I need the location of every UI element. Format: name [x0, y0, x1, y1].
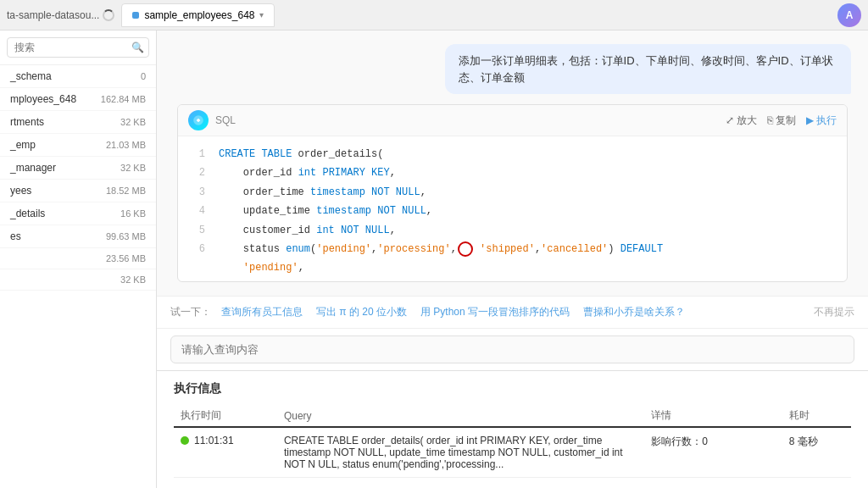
sidebar-item-details[interactable]: _details 16 KB	[0, 202, 156, 225]
col-header-duration: 耗时	[782, 405, 851, 427]
sidebar: 🔍 _schema 0 mployees_648 162.84 MB rtmen…	[0, 30, 157, 488]
item-name: mployees_648	[10, 93, 76, 105]
code-line-2: 2 order_id int PRIMARY KEY,	[178, 164, 847, 182]
item-size: 23.56 MB	[106, 253, 146, 263]
code-content: update_time timestamp NOT NULL,	[219, 202, 432, 219]
code-area: 1 CREATE TABLE order_details( 2 order_id…	[178, 136, 847, 282]
item-name: _schema	[10, 70, 52, 82]
sql-header: SQL ⤢ 放大 ⎘ 复制 ▶ 执行	[178, 105, 847, 136]
app-title: ta-sample-datasou...	[7, 9, 114, 21]
table-row: 11:01:31 CREATE TABLE order_details( ord…	[174, 427, 851, 478]
sidebar-item-manager[interactable]: _manager 32 KB	[0, 157, 156, 180]
line-number: 4	[188, 202, 205, 219]
exec-detail-cell: 影响行数：0	[644, 427, 782, 478]
copy-icon: ⎘	[767, 114, 773, 126]
sidebar-item-es[interactable]: es 99.63 MB	[0, 225, 156, 248]
sidebar-item-schema[interactable]: _schema 0	[0, 65, 156, 88]
run-label: 执行	[816, 114, 837, 128]
col-header-query: Query	[277, 405, 644, 427]
app-label: ta-sample-datasou...	[7, 9, 99, 21]
code-line-1: 1 CREATE TABLE order_details(	[178, 145, 847, 164]
run-icon: ▶	[806, 114, 814, 126]
query-input-area	[157, 328, 868, 370]
exec-time-value: 11:01:31	[194, 435, 234, 446]
item-name: es	[10, 230, 21, 242]
code-content: order_id int PRIMARY KEY,	[219, 164, 396, 181]
user-avatar[interactable]: A	[837, 3, 861, 27]
copy-label: 复制	[776, 114, 796, 128]
suggestion-label: 试一下：	[170, 305, 211, 319]
success-icon	[181, 436, 189, 445]
item-size: 32 KB	[120, 163, 146, 173]
tab-dot	[132, 12, 139, 19]
line-number: 5	[188, 222, 205, 239]
sidebar-item-departments[interactable]: rtments 32 KB	[0, 111, 156, 134]
sidebar-item-yees[interactable]: yees 18.52 MB	[0, 180, 156, 202]
item-size: 99.63 MB	[106, 231, 146, 241]
run-action[interactable]: ▶ 执行	[806, 114, 837, 128]
exec-duration-cell: 8 毫秒	[782, 427, 851, 478]
item-name: _manager	[10, 162, 56, 174]
top-bar: ta-sample-datasou... sample_employees_64…	[0, 0, 868, 30]
exec-time-cell: 11:01:31	[174, 427, 277, 478]
sql-block: SQL ⤢ 放大 ⎘ 复制 ▶ 执行	[177, 104, 848, 282]
line-number: 1	[188, 146, 205, 163]
query-input[interactable]	[170, 336, 854, 363]
content-area: 添加一张订单明细表，包括：订单ID、下单时间、修改时间、客户ID、订单状态、订单…	[157, 30, 868, 488]
sidebar-search-area: 🔍	[0, 30, 156, 65]
item-size: 162.84 MB	[101, 94, 146, 104]
sql-logo-icon	[188, 110, 209, 130]
code-content: customer_id int NOT NULL,	[219, 222, 396, 239]
code-content: status enum('pending','processing', 'shi…	[219, 241, 663, 258]
code-line-7: 'pending',	[178, 258, 847, 277]
zoom-icon: ⤢	[726, 114, 734, 126]
dismiss-button[interactable]: 不再提示	[814, 305, 854, 319]
suggestion-btn-3[interactable]: 曹操和小乔是啥关系？	[580, 303, 688, 321]
sidebar-item-9[interactable]: 32 KB	[0, 269, 156, 291]
user-message: 添加一张订单明细表，包括：订单ID、下单时间、修改时间、客户ID、订单状态、订单…	[445, 44, 851, 94]
code-line-5: 5 customer_id int NOT NULL,	[178, 221, 847, 240]
search-icon: 🔍	[131, 42, 144, 53]
suggestion-btn-0[interactable]: 查询所有员工信息	[218, 303, 306, 321]
code-line-6: 6 status enum('pending','processing', 's…	[178, 240, 847, 258]
sidebar-item-8[interactable]: 23.56 MB	[0, 248, 156, 269]
line-number: 6	[188, 241, 205, 258]
sidebar-item-employees[interactable]: mployees_648 162.84 MB	[0, 88, 156, 111]
zoom-action[interactable]: ⤢ 放大	[726, 114, 757, 128]
sql-actions: ⤢ 放大 ⎘ 复制 ▶ 执行	[726, 114, 837, 128]
code-line-4: 4 update_time timestamp NOT NULL,	[178, 202, 847, 220]
copy-action[interactable]: ⎘ 复制	[767, 114, 796, 128]
line-number: 3	[188, 184, 205, 201]
code-line-3: 3 order_time timestamp NOT NULL,	[178, 183, 847, 202]
code-content: 'pending',	[219, 259, 304, 276]
item-size: 32 KB	[120, 117, 146, 127]
tab-label: sample_employees_648	[144, 9, 254, 21]
item-size: 32 KB	[120, 274, 146, 285]
exec-query-cell: CREATE TABLE order_details( order_id int…	[277, 427, 644, 478]
item-size: 16 KB	[120, 208, 146, 219]
item-name: _details	[10, 208, 45, 219]
main-layout: 🔍 _schema 0 mployees_648 162.84 MB rtmen…	[0, 30, 868, 488]
sidebar-item-emp[interactable]: _emp 21.03 MB	[0, 134, 156, 157]
sidebar-items-list: _schema 0 mployees_648 162.84 MB rtments…	[0, 65, 156, 488]
sql-label: SQL	[215, 114, 236, 126]
col-header-detail: 详情	[644, 405, 782, 427]
item-name: rtments	[10, 116, 44, 128]
suggestion-btn-1[interactable]: 写出 π 的 20 位小数	[313, 303, 410, 321]
code-content: order_time timestamp NOT NULL,	[219, 184, 426, 201]
suggestions-bar: 试一下： 查询所有员工信息 写出 π 的 20 位小数 用 Python 写一段…	[157, 296, 868, 328]
exec-title: 执行信息	[174, 381, 851, 396]
loading-spinner	[103, 9, 114, 21]
chat-area: 添加一张订单明细表，包括：订单ID、下单时间、修改时间、客户ID、订单状态、订单…	[157, 30, 868, 296]
zoom-label: 放大	[737, 114, 757, 128]
search-input[interactable]	[7, 37, 149, 58]
sql-svg	[192, 114, 204, 126]
active-tab[interactable]: sample_employees_648 ▾	[121, 3, 275, 27]
item-size: 21.03 MB	[106, 140, 146, 150]
execution-info: 执行信息 执行时间 Query 详情 耗时 11	[157, 370, 868, 488]
item-size: 0	[141, 71, 146, 81]
item-name: yees	[10, 185, 31, 197]
item-name: _emp	[10, 139, 36, 151]
suggestion-btn-2[interactable]: 用 Python 写一段冒泡排序的代码	[417, 303, 573, 321]
tab-chevron-icon: ▾	[259, 10, 264, 19]
